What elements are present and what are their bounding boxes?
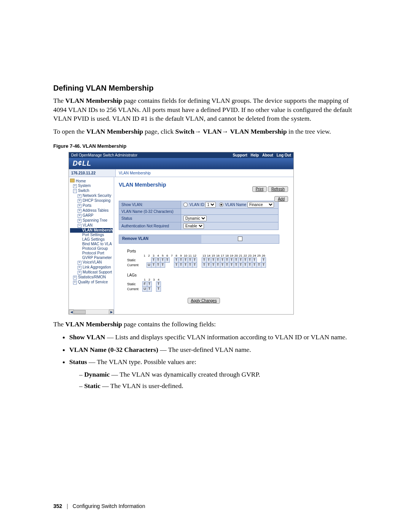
port-cell[interactable]: T (202, 262, 207, 267)
port-cell[interactable]: T (174, 257, 179, 262)
tree-link-aggregation[interactable]: +Link Aggregation (70, 265, 113, 270)
port-cell[interactable]: T (165, 257, 170, 262)
tree-home[interactable]: Home (70, 179, 113, 184)
breadcrumb: VLAN Membership (116, 169, 293, 177)
vlan-name-radio[interactable] (219, 203, 223, 207)
lag-cell[interactable]: T (147, 281, 152, 286)
port-cell[interactable]: T (161, 262, 165, 267)
port-cell[interactable]: T (188, 262, 193, 267)
expand-icon[interactable]: + (73, 184, 77, 188)
port-cell[interactable]: T (207, 262, 211, 267)
port-cell[interactable]: T (193, 257, 197, 262)
tree-address-tables[interactable]: +Address Tables (70, 208, 113, 213)
port-cell[interactable]: T (225, 257, 229, 262)
lag-cell[interactable]: T (147, 286, 152, 291)
auth-select[interactable]: Enable (183, 223, 204, 229)
port-cell[interactable]: T (183, 257, 188, 262)
tree-voice-vlan[interactable]: +VoiceVLAN (70, 260, 113, 265)
tree-network-security[interactable]: +Network Security (70, 193, 113, 198)
brand-bar: D¢LL (69, 158, 293, 169)
port-cell[interactable]: T (220, 257, 225, 262)
tree-lag-settings[interactable]: LAG Settings (70, 237, 113, 242)
print-button[interactable]: Print (252, 186, 267, 192)
support-link[interactable]: Support (233, 153, 247, 157)
port-cell[interactable]: T (211, 257, 216, 262)
refresh-button[interactable]: Refresh (268, 186, 288, 192)
tree-port-settings[interactable]: Port Settings (70, 233, 113, 237)
port-cell[interactable]: T (252, 262, 257, 267)
tree-bind-mac[interactable]: Bind MAC to VLA (70, 242, 113, 246)
port-cell[interactable]: T (239, 257, 243, 262)
tree-protocol-group[interactable]: Protocol Group (70, 246, 113, 251)
tree-qos[interactable]: +Quality of Service (70, 280, 113, 285)
scroll-right-icon[interactable]: ▶ (109, 310, 114, 314)
tree-gvrp[interactable]: GVRP Parameter (70, 256, 113, 260)
port-cell[interactable]: T (229, 262, 234, 267)
vlan-name-select[interactable]: Finance (247, 202, 274, 208)
port-cell[interactable]: T (225, 262, 229, 267)
lag-cell[interactable]: T (156, 286, 161, 291)
tree-protocol-port[interactable]: Protocol Port (70, 251, 113, 256)
port-cell[interactable]: T (234, 257, 239, 262)
tree-dhcp-snooping[interactable]: +DHCP Snooping (70, 198, 113, 203)
nav-tree[interactable]: Home +System −Switch +Network Security +… (69, 177, 114, 314)
port-cell[interactable]: T (239, 262, 243, 267)
lag-cell[interactable]: F (143, 281, 147, 286)
port-cell[interactable]: U (147, 262, 151, 267)
port-cell[interactable]: T (207, 257, 211, 262)
logout-link[interactable]: Log Out (277, 153, 291, 157)
scroll-thumb[interactable] (73, 310, 86, 314)
port-cell[interactable]: T (188, 257, 193, 262)
port-cell[interactable]: T (202, 257, 207, 262)
port-cell[interactable]: T (156, 257, 161, 262)
tree-statistics[interactable]: +Statistics/RMON (70, 275, 113, 280)
port-cell[interactable]: T (220, 262, 225, 267)
port-cell[interactable]: T (211, 262, 216, 267)
tree-system[interactable]: +System (70, 184, 113, 189)
tree-scrollbar[interactable]: ◀ ▶ (69, 309, 114, 314)
port-cell[interactable]: T (151, 257, 156, 262)
vlan-name-input-cell[interactable] (181, 208, 279, 214)
lag-cell[interactable]: T (156, 281, 161, 286)
port-cell[interactable]: T (151, 262, 156, 267)
tree-garp[interactable]: +GARP (70, 213, 113, 218)
remove-vlan-checkbox[interactable] (238, 236, 242, 241)
tree-vlan[interactable]: −VLAN (70, 223, 113, 228)
port-cell[interactable]: T (248, 262, 252, 267)
port-cell[interactable]: T (174, 262, 179, 267)
port-cell[interactable]: T (193, 262, 197, 267)
lag-cell[interactable]: U (143, 286, 147, 291)
port-cell[interactable]: T (161, 257, 165, 262)
port-cell[interactable]: T (261, 262, 266, 267)
tree-vlan-membership[interactable]: VLAN Membersh (70, 228, 113, 233)
port-cell[interactable]: T (156, 262, 161, 267)
port-cell[interactable]: T (243, 262, 248, 267)
port-cell[interactable]: T (234, 262, 239, 267)
show-vlan-controls[interactable]: VLAN ID 1 VLAN Name Finance (181, 201, 279, 208)
help-link[interactable]: Help (251, 153, 259, 157)
port-cell[interactable]: T (248, 257, 252, 262)
port-cell[interactable]: T (183, 262, 188, 267)
section-heading: Defining VLAN Membership (53, 84, 362, 93)
port-cell[interactable]: T (229, 257, 234, 262)
port-cell[interactable]: T (261, 257, 266, 262)
port-cell[interactable]: T (179, 257, 183, 262)
apply-changes-button[interactable]: Apply Changes (188, 298, 220, 304)
tree-multicast[interactable]: +Multicast Support (70, 270, 113, 275)
add-button[interactable]: Add (274, 196, 288, 202)
tree-switch[interactable]: −Switch (70, 189, 113, 193)
page-footer: 352 | Configuring Switch Information (53, 503, 145, 509)
vlan-id-radio[interactable] (183, 203, 188, 207)
port-cell[interactable]: T (216, 262, 220, 267)
tree-spanning-tree[interactable]: +Spanning Tree (70, 218, 113, 223)
port-cell[interactable]: T (243, 257, 248, 262)
port-cell[interactable]: T (252, 257, 257, 262)
collapse-icon[interactable]: − (73, 189, 77, 193)
port-cell[interactable]: T (216, 257, 220, 262)
vlan-id-select[interactable]: 1 (205, 202, 216, 208)
port-cell[interactable]: T (179, 262, 183, 267)
port-cell[interactable]: T (257, 262, 261, 267)
status-select[interactable]: Dynamic (183, 216, 207, 221)
tree-ports[interactable]: +Ports (70, 203, 113, 208)
about-link[interactable]: About (262, 153, 273, 157)
